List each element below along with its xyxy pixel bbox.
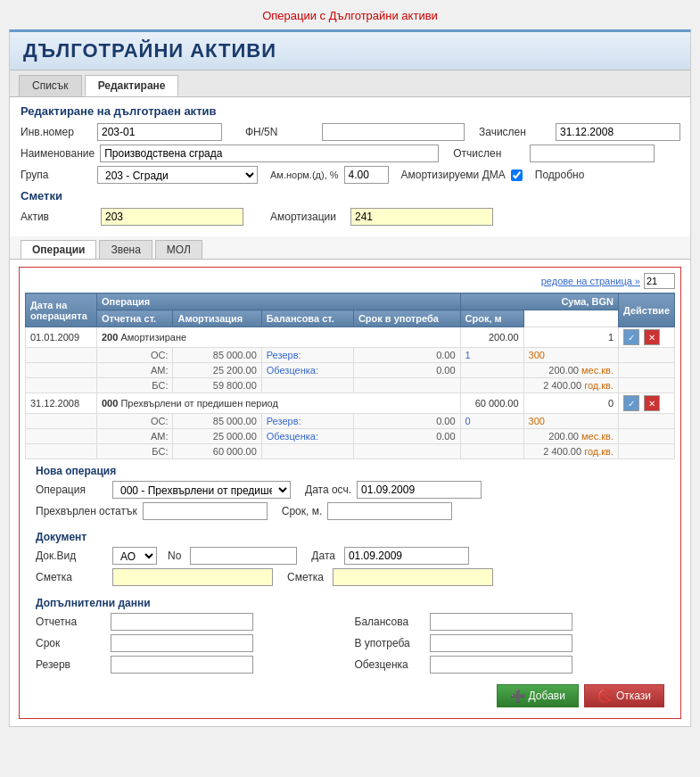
data-doc-label: Дата <box>311 550 335 562</box>
srok-d-input[interactable] <box>111 634 253 652</box>
operations-table: Дата на операцията Операция Сума, BGN Де… <box>25 293 675 459</box>
sub1-1-ots: 85 000.00 <box>173 348 261 363</box>
tab-spisak[interactable]: Списък <box>19 75 82 96</box>
inv-input[interactable] <box>97 123 222 141</box>
dok-vid-select[interactable]: АО <box>112 547 157 565</box>
aktiv-input[interactable] <box>101 208 243 226</box>
sub1-3-ots: 59 800.00 <box>173 378 261 393</box>
rezerv-input[interactable] <box>111 656 253 674</box>
v-upotreba-row: В употреба <box>355 634 665 652</box>
nova-op-section: Нова операция Операция 000 - Прехвърлени… <box>25 459 675 529</box>
balansova-input[interactable] <box>430 613 572 631</box>
srok-d-label: Срок <box>36 637 107 649</box>
sub2-2-bal: 200.00 мес.кв. <box>523 429 618 444</box>
sub1-1-usage-link[interactable]: 1 <box>465 350 471 360</box>
rows-per-page-link[interactable]: редове на страница » <box>541 276 640 286</box>
srok-label: Срок, м. <box>282 505 323 517</box>
sub2-1-bal-link[interactable]: 300 <box>529 416 545 426</box>
sub2-1-usage: 0 <box>460 414 523 429</box>
sub1-2-ots: 25 200.00 <box>173 363 261 378</box>
nova-op-select[interactable]: 000 - Прехвърлени от предише <box>112 481 291 499</box>
prev-ostatak-input[interactable] <box>143 502 268 520</box>
group-label: Група <box>21 169 92 181</box>
no-input[interactable] <box>190 547 297 565</box>
row2-suma: 60 000.00 <box>460 393 523 414</box>
sub1-3-link[interactable]: год.кв. <box>584 380 614 391</box>
sub2-2-label: Обезценка: <box>261 429 353 444</box>
th-usage: Срок в употреба <box>353 310 460 327</box>
cancel-button[interactable]: 🚫 Откази <box>584 684 664 707</box>
smetka2-input[interactable] <box>333 568 493 586</box>
row1-srok: 1 <box>523 327 618 348</box>
row1-check-btn[interactable]: ✓ <box>623 329 639 345</box>
no-label: No <box>168 550 181 562</box>
zachislen-label: Зачислен <box>479 126 550 138</box>
sub2-2-link[interactable]: мес.кв. <box>581 431 614 442</box>
sub1-1-label: Резерв: <box>261 348 353 363</box>
name-input[interactable] <box>100 145 439 162</box>
otchislen-label: Отчислен <box>453 147 524 160</box>
table-row: 31.12.2008 000 Прехвърлени от предишен п… <box>26 393 675 414</box>
amortizacii-input[interactable] <box>350 208 493 226</box>
sub1-1-usage: 1 <box>460 348 523 363</box>
obezcentka-input[interactable] <box>430 656 572 674</box>
smetka1-input[interactable] <box>112 568 273 586</box>
sub1-1-bal-link[interactable]: 300 <box>529 350 545 360</box>
sub-tab-operations[interactable]: Операции <box>21 240 96 259</box>
sub1-2-link[interactable]: мес.кв. <box>581 365 614 376</box>
sub1-3-bal: 2 400.00 год.кв. <box>523 378 618 393</box>
data-osc-label: Дата осч. <box>305 484 351 496</box>
panel-header: ДЪЛГОТРАЙНИ АКТИВИ <box>10 32 690 70</box>
row1-date: 01.01.2009 <box>26 327 97 348</box>
inv-row: Инв.номер ФН/5N Зачислен <box>21 123 679 141</box>
zachislen-input[interactable] <box>556 123 680 141</box>
amortizacii-label: Амортизации <box>270 211 336 223</box>
group-row: Група 203 - Сгради Ам.норм.(д), % Аморти… <box>21 166 679 184</box>
sub-tab-zvena[interactable]: Звена <box>99 240 152 259</box>
th-srok: Срок, м <box>460 310 523 327</box>
fh-input[interactable] <box>322 123 465 141</box>
sub-tab-mol[interactable]: МОЛ <box>155 240 202 259</box>
name-row: Наименование Отчислен <box>21 145 679 162</box>
am-dma-checkbox[interactable] <box>511 169 523 181</box>
doc-title: Документ <box>36 531 664 543</box>
row1-delete-btn[interactable]: ✕ <box>644 329 660 345</box>
data-doc-input[interactable] <box>344 547 469 565</box>
form-section-title: Редактиране на дълготраен актив <box>21 104 679 118</box>
row2-check-btn[interactable]: ✓ <box>623 395 639 411</box>
am-norm-input[interactable] <box>344 166 389 184</box>
sub1-1-type: ОС: <box>97 348 173 363</box>
otchetna-label: Отчетна <box>36 616 107 628</box>
dopul-section: Допълнителни данни Отчетна Балансова Сро… <box>25 595 675 679</box>
otchislen-input[interactable] <box>530 145 655 162</box>
sub2-3-bal: 2 400.00 год.кв. <box>523 444 618 459</box>
otchetna-input[interactable] <box>111 613 253 631</box>
table-row: БС: 60 000.00 2 400.00 год.кв. <box>26 444 675 459</box>
group-select[interactable]: 203 - Сгради <box>97 166 258 184</box>
data-osc-input[interactable] <box>357 481 482 499</box>
row2-actions: ✓ ✕ <box>619 393 675 414</box>
dok-vid-label: Док.Вид <box>36 550 107 562</box>
otchetna-row: Отчетна <box>36 613 346 631</box>
add-button[interactable]: ➕ Добави <box>497 684 579 707</box>
rows-per-page-input[interactable] <box>644 273 675 289</box>
cancel-label: Откази <box>616 690 651 702</box>
sub-tabs: Операции Звена МОЛ <box>10 236 690 260</box>
th-am: Амортизация <box>173 310 261 327</box>
v-upotreba-input[interactable] <box>430 634 572 652</box>
table-row: ОС: 85 000.00 Резерв: 0.00 1 300 <box>26 348 675 363</box>
smetki-row: Актив Амортизации <box>21 208 679 226</box>
sub2-3-link[interactable]: год.кв. <box>584 446 614 457</box>
th-ots: Отчетна ст. <box>97 310 173 327</box>
bottom-buttons: ➕ Добави 🚫 Откази <box>25 679 675 713</box>
tab-redaktirane[interactable]: Редактиране <box>85 75 179 96</box>
row2-date: 31.12.2008 <box>26 393 97 414</box>
add-icon: ➕ <box>510 689 525 703</box>
smetka1-label: Сметка <box>36 571 107 583</box>
srok-input[interactable] <box>327 502 452 520</box>
sub1-1-bal: 300 <box>523 348 618 363</box>
th-bal: Балансова ст. <box>261 310 353 327</box>
row2-delete-btn[interactable]: ✕ <box>644 395 660 411</box>
prev-ostatak-label: Прехвърлен остатък <box>36 505 137 517</box>
sub2-1-usage-link[interactable]: 0 <box>465 416 471 426</box>
